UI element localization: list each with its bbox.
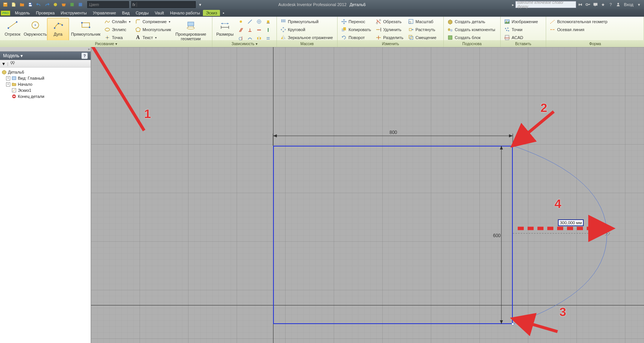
svg-point-33 [257, 20, 261, 24]
qat-button[interactable] [68, 1, 76, 8]
svg-point-14 [81, 22, 83, 24]
extend-button[interactable]: Удлинить [374, 26, 405, 33]
makeblock-label: Создать блок [455, 35, 481, 40]
open-button[interactable] [18, 1, 26, 8]
expand-icon[interactable]: + [6, 76, 10, 80]
circular-pattern-button[interactable]: Круговой [278, 26, 335, 33]
expression-box[interactable]: fx [131, 1, 196, 8]
ellipse-button[interactable]: Эллипс [102, 26, 132, 33]
copy-button[interactable]: Копировать [339, 26, 373, 33]
menu-inspect[interactable]: Проверка [33, 10, 58, 16]
fillet-button[interactable]: Сопряжение▾ [133, 18, 173, 25]
panel-layout-label: Подоснова [444, 40, 501, 47]
menu-manage[interactable]: Управление [90, 10, 119, 16]
project-geometry-button[interactable]: Проецирование геометрии [174, 18, 208, 41]
centerline-button[interactable]: Осевая линия [548, 26, 609, 33]
svg-point-11 [61, 24, 63, 26]
svg-point-15 [89, 27, 90, 28]
qat-more-button[interactable]: ▾ [196, 1, 204, 8]
svg-point-92 [11, 61, 13, 63]
rectpat-label: Прямоугольный [288, 19, 319, 24]
rectangle-shape[interactable] [273, 146, 513, 324]
menu-vault[interactable]: Vault [152, 10, 167, 16]
line-button[interactable]: Отрезок [2, 18, 24, 41]
save-button[interactable] [27, 1, 34, 8]
tree-sketch[interactable]: Эскиз1 [1, 87, 90, 93]
tree-origin[interactable]: + Начало [1, 81, 90, 87]
menu-model[interactable]: Модель [12, 10, 33, 16]
menu-tools[interactable]: Инструменты [58, 10, 90, 16]
help-icon[interactable]: ? [607, 1, 614, 8]
qat-button[interactable] [77, 1, 84, 8]
svg-point-3 [586, 3, 588, 5]
constraint-parallel[interactable] [237, 26, 245, 34]
circle-button[interactable]: Окружность [24, 18, 46, 41]
comm-icon[interactable] [592, 1, 599, 8]
dimension-input[interactable]: 300,000 мм [558, 219, 584, 226]
help-search-box[interactable]: Введите ключевое слово/фразу [515, 1, 576, 8]
polygon-button[interactable]: Многоугольник [133, 26, 173, 33]
svg-point-31 [240, 20, 242, 23]
constraint-fix[interactable] [264, 18, 272, 25]
constraint-collinear[interactable] [246, 18, 254, 25]
stretch-button[interactable]: Растянуть [406, 26, 438, 33]
menu-sketch[interactable]: Эскиз [203, 10, 220, 16]
new-button[interactable] [10, 1, 17, 8]
constraint-vertical[interactable] [264, 26, 272, 34]
tree-end-of-part[interactable]: Конец детали [1, 93, 90, 99]
trim-button[interactable]: Обрезать [374, 18, 405, 25]
constraint-horizontal[interactable] [255, 26, 263, 34]
undo-button[interactable] [35, 1, 42, 8]
panel-close-icon[interactable]: × [88, 47, 90, 51]
user-icon[interactable] [615, 1, 622, 8]
qat-button[interactable] [60, 1, 68, 8]
browser-help-icon[interactable]: ? [82, 53, 88, 59]
polygon-label: Многоугольник [143, 27, 171, 32]
scale-button[interactable]: Масштаб [406, 18, 438, 25]
filter-icon[interactable]: ▼ [2, 61, 6, 66]
tab-end-icon[interactable]: ▪ [220, 11, 227, 15]
points-button[interactable]: Точки [502, 26, 540, 33]
fx-label: fx [132, 3, 135, 7]
move-button[interactable]: Перенос [339, 18, 373, 25]
pro-badge: PRO [1, 11, 10, 16]
rectangle-button[interactable]: Прямоугольник [70, 18, 102, 41]
construction-button[interactable]: Вспомогательная геометр [548, 18, 609, 25]
app-menu-button[interactable] [2, 1, 9, 8]
dimension-button[interactable]: Размеры [214, 18, 236, 41]
menu-view[interactable]: Вид [119, 10, 133, 16]
sketch-canvas[interactable]: 800 600 300,000 мм [91, 47, 644, 343]
favorite-icon[interactable]: ★ [600, 1, 606, 8]
binoculars-icon[interactable] [577, 1, 584, 8]
redo-button[interactable] [43, 1, 51, 8]
login-link[interactable]: Вход [624, 2, 633, 7]
rectangular-pattern-button[interactable]: Прямоугольный [278, 18, 335, 25]
collapse-icon[interactable]: ▾ [636, 1, 642, 8]
constraint-coincident[interactable] [237, 18, 245, 25]
image-button[interactable]: Изображение [502, 18, 540, 25]
menu-environments[interactable]: Среды [133, 10, 152, 16]
color-override-box[interactable]: Цвет [87, 1, 129, 8]
constraint-perpendicular[interactable] [246, 26, 254, 34]
tree-root[interactable]: Деталь6 [1, 69, 90, 75]
panel-draw-label[interactable]: Рисование ▾ [0, 40, 212, 47]
find-icon[interactable] [10, 61, 15, 67]
acad-label: ACAD [512, 35, 523, 40]
svg-rect-13 [82, 23, 90, 27]
dimension-height-value[interactable]: 600 [492, 233, 501, 238]
make-components-button[interactable]: Создать компоненты [445, 26, 497, 33]
scale-label: Масштаб [416, 19, 434, 24]
panel-constrain-label[interactable]: Зависимость ▾ [212, 40, 277, 47]
tree-view[interactable]: + Вид: Главный [1, 75, 90, 81]
model-tree: Деталь6 + Вид: Главный + Начало Эскиз1 К… [0, 68, 91, 343]
spline-button[interactable]: Сплайн▾ [102, 18, 132, 25]
menu-getstarted[interactable]: Начало работы [167, 10, 203, 16]
dimension-width-value[interactable]: 800 [389, 130, 398, 135]
make-part-button[interactable]: Создать деталь [445, 18, 497, 25]
expand-icon[interactable]: + [6, 82, 10, 87]
key-icon[interactable] [584, 1, 591, 8]
arc-button[interactable]: Дуга [47, 18, 69, 41]
qat-button[interactable] [52, 1, 59, 8]
constraint-concentric[interactable] [255, 18, 263, 25]
browser-title-bar[interactable]: Модель ▾ ? [0, 52, 91, 60]
